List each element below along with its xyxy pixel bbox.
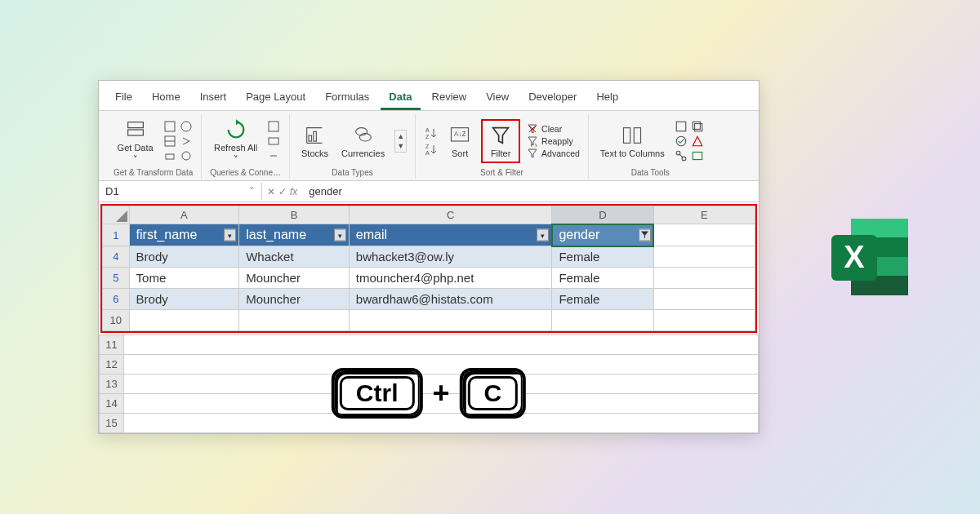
recent-sources-icon[interactable] [180, 135, 193, 148]
col-header-D[interactable]: D [552, 206, 653, 224]
tab-home[interactable]: Home [144, 86, 189, 110]
svg-rect-12 [314, 131, 317, 141]
filter-button[interactable]: Filter [486, 122, 515, 160]
edit-links-icon[interactable] [267, 149, 280, 162]
stocks-button[interactable]: Stocks [298, 122, 332, 160]
cell[interactable] [653, 268, 755, 289]
clear-button[interactable]: Clear [527, 123, 580, 135]
more-icon[interactable] [180, 149, 193, 162]
cell[interactable]: tmouncher4@php.net [349, 268, 552, 289]
cell[interactable] [552, 310, 653, 331]
get-data-button[interactable]: Get Data ˅ [114, 117, 157, 166]
filter-dropdown-D-active[interactable] [639, 229, 651, 241]
data-validation-icon[interactable] [675, 135, 688, 148]
manage-data-model-icon[interactable] [691, 149, 704, 162]
refresh-all-button[interactable]: Refresh All ˅ [211, 117, 261, 166]
cell[interactable] [653, 310, 755, 331]
group-queries: Refresh All ˅ Queries & Conne… [202, 114, 290, 179]
row-header[interactable]: 5 [103, 268, 130, 289]
reapply-button[interactable]: Reapply [527, 135, 580, 147]
col-header-A[interactable]: A [129, 206, 239, 224]
tab-review[interactable]: Review [424, 86, 475, 110]
properties-icon[interactable] [267, 135, 280, 148]
from-web-icon[interactable] [180, 120, 193, 133]
cell[interactable]: Female [552, 246, 653, 268]
tab-page-layout[interactable]: Page Layout [238, 86, 314, 110]
name-box[interactable]: D1 ˅ [99, 183, 262, 200]
flash-fill-icon[interactable] [675, 120, 688, 133]
select-all-corner[interactable] [103, 206, 130, 224]
cancel-icon[interactable]: ✕ [267, 186, 275, 197]
svg-rect-0 [127, 122, 143, 127]
formula-value[interactable]: gender [302, 183, 759, 200]
cell[interactable] [653, 289, 755, 310]
row-header[interactable]: 4 [103, 246, 130, 268]
header-email[interactable]: email▾ [349, 224, 552, 246]
ribbon-body: Get Data ˅ Get & Transform Data Refresh … [99, 111, 759, 181]
col-header-C[interactable]: C [349, 206, 552, 224]
existing-conn-icon[interactable] [163, 149, 176, 162]
header-gender[interactable]: gender [552, 224, 653, 246]
row-header[interactable]: 6 [103, 289, 130, 310]
row-header[interactable]: 14 [100, 394, 124, 414]
sort-az-icon[interactable]: AZ [424, 126, 439, 140]
filter-dropdown-C[interactable]: ▾ [537, 229, 549, 241]
cell[interactable]: Female [552, 289, 653, 310]
scroll-up-icon[interactable]: ▲ [397, 132, 404, 140]
cell[interactable]: Brody [129, 246, 239, 268]
fx-icon[interactable]: fx [290, 186, 297, 197]
advanced-button[interactable]: Advanced [527, 148, 580, 159]
cell[interactable]: bwhacket3@ow.ly [349, 246, 552, 268]
scroll-down-icon[interactable]: ▼ [397, 142, 404, 150]
cell[interactable]: Mouncher [239, 289, 350, 310]
from-table-icon[interactable] [163, 135, 176, 148]
cell[interactable] [349, 310, 552, 331]
sort-icon: A↓Z [448, 124, 471, 147]
cell[interactable]: Mouncher [239, 268, 350, 289]
header-last-name[interactable]: last_name▾ [239, 224, 350, 246]
enter-icon[interactable]: ✓ [278, 186, 287, 197]
col-header-E[interactable]: E [653, 206, 755, 224]
row-header[interactable]: 15 [100, 414, 124, 433]
cell[interactable]: bwardhaw6@histats.com [349, 289, 552, 310]
cell[interactable] [653, 246, 755, 268]
tab-data[interactable]: Data [381, 86, 420, 110]
row-header[interactable]: 13 [100, 374, 124, 394]
tab-insert[interactable]: Insert [192, 86, 235, 110]
cell[interactable]: Tome [129, 268, 239, 289]
relationships-icon[interactable] [675, 149, 688, 162]
cell-E1[interactable] [653, 224, 755, 246]
header-first-name[interactable]: first_name▾ [129, 224, 239, 246]
tab-help[interactable]: Help [588, 86, 626, 110]
group-get-transform: Get Data ˅ Get & Transform Data [105, 114, 202, 179]
name-box-dropdown-icon[interactable]: ˅ [249, 185, 255, 197]
svg-text:Z: Z [425, 134, 430, 140]
tab-file[interactable]: File [107, 86, 140, 110]
row-header[interactable]: 12 [100, 355, 124, 374]
text-to-columns-button[interactable]: Text to Columns [597, 122, 668, 160]
row-header-1[interactable]: 1 [103, 224, 130, 246]
tab-formulas[interactable]: Formulas [317, 86, 377, 110]
tab-view[interactable]: View [478, 86, 517, 110]
tab-developer[interactable]: Developer [520, 86, 585, 110]
filter-dropdown-B[interactable]: ▾ [334, 229, 346, 241]
from-text-icon[interactable] [163, 120, 176, 133]
filter-dropdown-A[interactable]: ▾ [224, 229, 236, 241]
spreadsheet-grid[interactable]: A B C D E 1 first_name▾ last_name▾ email… [102, 206, 755, 331]
cell[interactable] [129, 310, 239, 331]
cell[interactable]: Female [552, 268, 653, 289]
cell[interactable] [124, 335, 759, 355]
row-header[interactable]: 11 [100, 335, 124, 355]
cell[interactable] [239, 310, 350, 331]
sort-button[interactable]: A↓Z Sort [445, 122, 474, 160]
col-header-B[interactable]: B [239, 206, 350, 224]
sort-za-icon[interactable]: ZA [424, 142, 439, 157]
svg-rect-10 [269, 138, 278, 144]
remove-dup-icon[interactable] [691, 120, 704, 133]
cell[interactable]: Brody [129, 289, 239, 310]
currencies-button[interactable]: Currencies [338, 122, 388, 160]
queries-icon[interactable] [267, 120, 280, 133]
row-header[interactable]: 10 [103, 310, 130, 331]
consolidate-icon[interactable] [691, 135, 704, 148]
cell[interactable]: Whacket [239, 246, 350, 268]
